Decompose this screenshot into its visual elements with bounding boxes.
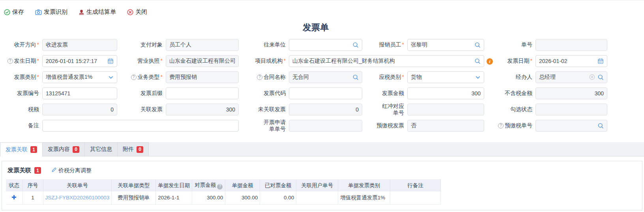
invoice-amount-field[interactable]: 300 [407,87,484,99]
price-tax-adjust-button[interactable]: 价税分离调整 [51,167,92,174]
col-matched-amount: 对票金额? [192,179,225,192]
invoice-amount-label: 发票金额 [362,90,407,96]
business-type-field: 费用预报销 [166,71,239,83]
agent-field[interactable]: 总经理 [535,71,607,83]
agent-label: 经办人 [484,74,535,80]
camera-icon [35,9,42,15]
project-org-label: 项目或机构* [239,58,289,64]
generate-settlement-label: 生成结算单 [86,8,116,16]
tab-attachments[interactable]: 附件 0 [117,142,149,156]
business-license-label: 营业执照* [117,58,166,64]
search-icon[interactable] [352,74,359,80]
invoice-recognition-label: 发票识别 [44,8,67,16]
red-reverse-no-field [407,104,484,115]
cell-user-doc-no [296,192,338,204]
remark-field[interactable] [42,120,239,132]
table-row: 1 JSZJ-FYBXD20260100003 费用预报销单 2026-1-1 … [6,192,441,204]
tab-other-info[interactable]: 其它信息 [84,142,118,156]
search-icon[interactable] [352,42,359,48]
required-marker: * [402,74,404,80]
search-icon[interactable] [597,123,604,129]
unlinked-invoice-label: 未关联发票 [239,106,289,112]
close-button[interactable]: 关闭 [127,8,147,16]
red-reverse-no-label: 红冲对应单号 [362,103,407,115]
invoice-date-field[interactable]: 2026-01-02 [535,55,607,67]
save-button[interactable]: 保存 [4,8,24,16]
counterparty-field[interactable] [289,39,362,51]
tab-count-badge: 1 [30,146,37,153]
direction-field: 收进发票 [42,39,117,51]
occur-date-field[interactable]: 2026-01-01 15:27:17 [42,55,117,67]
tab-label: 发票关联 [6,146,28,153]
col-link-no: 关联单号 [43,179,112,192]
tab-strip: 发票关联 1 发票内容 0 其它信息 附件 0 [0,142,644,156]
prepaid-tax-invoice-label: 预缴税发票 [362,122,407,128]
help-icon: ? [498,123,504,128]
pay-target-label: 支付对象 [117,41,166,48]
invoice-code-field[interactable] [289,87,362,99]
help-icon: ? [257,74,262,80]
col-occur-date: 单据发生日期 [156,179,192,192]
doc-no-field [535,39,607,51]
required-marker: * [161,58,163,64]
tax-category-select[interactable]: 货物 [407,71,484,83]
stamp-icon [79,9,84,15]
col-status: 状态 [6,179,22,192]
counterparty-label: 往来单位 [239,41,289,48]
required-marker: * [284,58,286,64]
prepaid-tax-no-field[interactable] [535,120,607,132]
occur-date-label: ?发生日期* [0,58,42,64]
check-status-field [535,104,607,115]
required-marker: * [37,41,39,48]
section-count-badge: 1 [34,167,41,174]
col-seq: 序号 [22,179,43,192]
tax-amount-field: 0 [42,104,117,115]
doc-no-label: 单号 [484,41,535,48]
linked-docs-table: 状态 序号 关联单号 关联单据类型 单据发生日期 对票金额? 单据金额 已对票金… [6,179,441,205]
contract-name-field[interactable]: 无合同 [289,71,362,83]
invoice-category-select[interactable]: 增值税普通发票1% [42,71,117,83]
invoice-recognition-button[interactable]: 发票识别 [35,8,67,16]
calendar-icon[interactable] [107,58,114,64]
invoice-links-panel: 发票关联 1 价税分离调整 状态 序号 关联单号 关联单据类型 单据发生日期 对… [2,161,642,210]
plus-icon[interactable] [11,195,17,201]
section-title: 发票关联 [7,167,31,174]
col-doc-amount: 单据金额 [225,179,260,192]
chevron-down-icon[interactable] [108,74,114,80]
tab-label: 其它信息 [90,146,112,153]
generate-settlement-button[interactable]: 生成结算单 [79,8,116,16]
chevron-down-icon[interactable] [475,74,481,80]
search-icon[interactable] [474,42,481,48]
required-marker: * [37,74,39,80]
linked-doc-link[interactable]: JSZJ-FYBXD20260100003 [45,195,110,201]
check-circle-icon [4,9,10,15]
help-icon: ? [217,184,223,190]
search-icon[interactable] [474,58,481,64]
invoice-form: 收开方向* 收进发票 支付对象 员工个人 往来单位 报销员工* 张黎明 单号 ?… [0,37,644,134]
col-line-remark: 行备注 [390,179,441,192]
calendar-icon[interactable] [597,58,604,64]
tab-invoice-content[interactable]: 发票内容 0 [42,142,85,156]
linked-invoice-label: 关联发票 [117,106,166,112]
prepaid-tax-invoice-field: 否 [407,120,484,132]
tab-label: 附件 [123,146,134,153]
help-icon: ? [7,58,13,64]
direction-label: 收开方向* [0,41,42,48]
section-header: 发票关联 1 价税分离调整 [2,161,642,174]
clear-icon[interactable] [589,74,595,80]
tab-invoice-links[interactable]: 发票关联 1 [0,142,43,156]
col-user-doc-no: 关联用户单号 [296,179,338,192]
remark-label: 备注 [0,122,42,128]
pencil-icon [51,167,57,174]
pay-target-field: 员工个人 [166,39,239,51]
cell-invoice-type: 增值税普通发票1% [338,192,390,204]
reimburse-employee-field[interactable]: 张黎明 [407,39,484,51]
invoice-no-label: 发票编号 [0,90,42,96]
unlinked-invoice-field: 0 [289,104,362,115]
project-org-field[interactable]: 山东金石建设工程有限公司_财务结算机构 i [289,55,484,67]
invoice-code-label: 发票代码 [239,90,289,96]
invoice-no-field[interactable]: 13125471 [42,87,117,99]
invoice-suffix-field[interactable] [166,87,239,99]
invoice-suffix-label: 发票后缀 [117,90,166,96]
search-icon[interactable] [597,74,604,80]
